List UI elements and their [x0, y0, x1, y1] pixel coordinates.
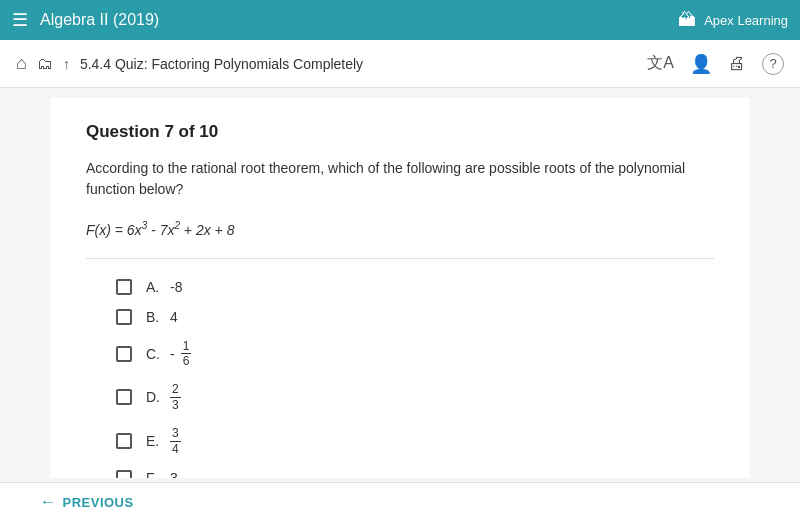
- answer-options: A. -8 B. 4 C. - 1: [86, 279, 714, 478]
- option-b-label: B. 4: [146, 309, 178, 325]
- option-a: A. -8: [116, 279, 714, 295]
- home-icon[interactable]: ⌂: [16, 53, 27, 74]
- breadcrumb-arrow: ↑: [63, 56, 70, 72]
- previous-label: PREVIOUS: [63, 495, 134, 510]
- checkbox-c[interactable]: [116, 346, 132, 362]
- top-bar-left: ☰ Algebra II (2019): [12, 9, 678, 31]
- option-c-label: C. - 1 6: [146, 339, 191, 369]
- checkbox-a[interactable]: [116, 279, 132, 295]
- top-navigation-bar: ☰ Algebra II (2019) 🏔 Apex Learning: [0, 0, 800, 40]
- question-text: According to the rational root theorem, …: [86, 158, 714, 200]
- main-content: Question 7 of 10 According to the ration…: [50, 98, 750, 478]
- option-a-label: A. -8: [146, 279, 182, 295]
- print-icon[interactable]: 🖨: [728, 53, 746, 74]
- option-e: E. 3 4: [116, 426, 714, 456]
- help-icon[interactable]: ?: [762, 53, 784, 75]
- folder-icon[interactable]: 🗂: [37, 55, 53, 73]
- quiz-label: 5.4.4 Quiz: Factoring Polynomials Comple…: [80, 56, 363, 72]
- translate-icon[interactable]: 文A: [647, 53, 674, 74]
- checkbox-d[interactable]: [116, 389, 132, 405]
- option-e-label: E. 3 4: [146, 426, 181, 456]
- question-header: Question 7 of 10: [86, 122, 714, 142]
- apex-logo-icon: 🏔: [678, 10, 696, 31]
- checkbox-e[interactable]: [116, 433, 132, 449]
- course-title: Algebra II (2019): [40, 11, 159, 29]
- footer-nav: ← PREVIOUS: [0, 482, 800, 521]
- option-c: C. - 1 6: [116, 339, 714, 369]
- option-d-label: D. 2 3: [146, 382, 181, 412]
- polynomial-equation: F(x) = 6x3 - 7x2 + 2x + 8: [86, 220, 714, 238]
- option-f-label: F. 3: [146, 470, 178, 478]
- breadcrumb-bar: ⌂ 🗂 ↑ 5.4.4 Quiz: Factoring Polynomials …: [0, 40, 800, 88]
- checkbox-f[interactable]: [116, 470, 132, 478]
- arrow-left-icon: ←: [40, 493, 57, 511]
- option-b: B. 4: [116, 309, 714, 325]
- option-f: F. 3: [116, 470, 714, 478]
- person-icon[interactable]: 👤: [690, 53, 712, 75]
- breadcrumb-right: 文A 👤 🖨 ?: [647, 53, 784, 75]
- fraction-e: 3 4: [170, 426, 181, 456]
- breadcrumb-left: ⌂ 🗂 ↑ 5.4.4 Quiz: Factoring Polynomials …: [16, 53, 363, 74]
- fraction-c: 1 6: [181, 339, 192, 369]
- checkbox-b[interactable]: [116, 309, 132, 325]
- fraction-d: 2 3: [170, 382, 181, 412]
- brand-name: Apex Learning: [704, 13, 788, 28]
- divider: [86, 258, 714, 259]
- option-d: D. 2 3: [116, 382, 714, 412]
- menu-icon[interactable]: ☰: [12, 9, 28, 31]
- previous-button[interactable]: ← PREVIOUS: [40, 493, 134, 511]
- top-bar-right: 🏔 Apex Learning: [678, 10, 788, 31]
